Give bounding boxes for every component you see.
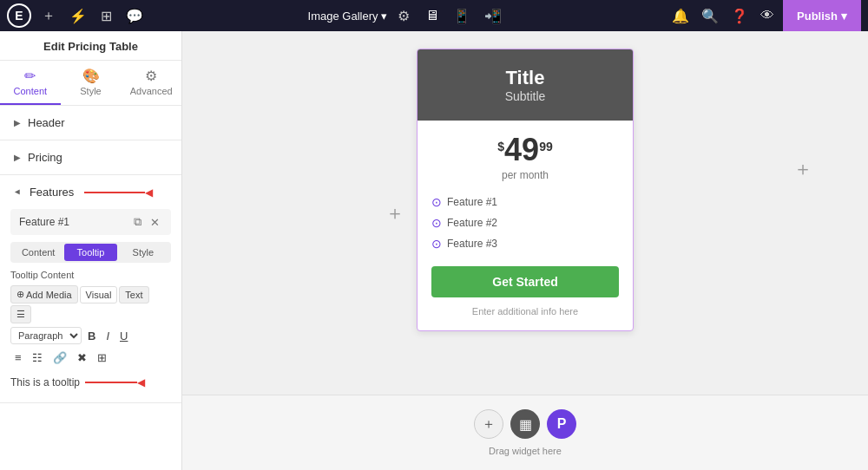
get-started-button[interactable]: Get Started (431, 266, 619, 297)
editor-format-bar: Paragraph B I U (10, 327, 171, 344)
feature-list: ⊙ Feature #1 ⊙ Feature #2 ⊙ Feature #3 (431, 192, 619, 254)
price-cents: 99 (539, 140, 553, 153)
tab-style[interactable]: 🎨 Style (61, 61, 122, 105)
check-icon-1: ⊙ (431, 195, 442, 209)
toolbar-right: 🔔 🔍 ❓ 👁 Publish ▾ (668, 0, 861, 31)
publish-dropdown-icon: ▾ (841, 10, 847, 23)
add-media-button[interactable]: ⊕ Add Media (10, 285, 78, 304)
red-arrow-tooltip: ◀ (85, 376, 145, 388)
canvas: ＋ Title Subtitle $ 49 99 per month (182, 31, 868, 470)
pricing-card-header: Title Subtitle (418, 49, 633, 121)
sub-tab-tooltip[interactable]: Tooltip (64, 244, 116, 261)
table-button[interactable]: ⊞ (93, 349, 111, 366)
canvas-main: ＋ Title Subtitle $ 49 99 per month (182, 31, 868, 395)
feature-sub-tabs: Content Tooltip Style (10, 242, 171, 263)
accordion-header-toggle[interactable]: ▶ Header (0, 106, 181, 140)
add-button[interactable]: ＋ (38, 3, 59, 29)
style-tab-icon: 🎨 (82, 68, 100, 84)
panel-title: Edit Pricing Table (0, 31, 181, 61)
accordion-header: ▶ Header (0, 106, 181, 140)
sub-tab-tooltip-label: Tooltip (77, 247, 105, 258)
price-dollar: $ (497, 140, 504, 153)
toolbar: E ＋ ⚡ ⊞ 💬 Image Gallery ▾ ⚙ 🖥 📱 📲 🔔 🔍 ❓ … (0, 0, 868, 31)
content-tab-label: Content (14, 86, 48, 96)
delete-feature-button[interactable]: ✕ (148, 214, 162, 230)
settings-icon[interactable]: ⚙ (394, 4, 413, 28)
accordion-pricing-toggle[interactable]: ▶ Pricing (0, 140, 181, 174)
help-icon[interactable]: ❓ (727, 4, 752, 28)
grid-button[interactable]: ▦ (510, 409, 540, 439)
tablet-device-btn[interactable]: 📱 (448, 4, 476, 28)
advanced-tab-icon: ⚙ (145, 68, 157, 84)
p-button[interactable]: P (547, 409, 576, 439)
tooltip-text[interactable]: This is a tooltip (10, 373, 80, 392)
accordion-pricing: ▶ Pricing (0, 140, 181, 175)
chevron-right-icon-2: ▶ (14, 153, 21, 162)
pricing-title: Title (431, 67, 619, 89)
chevron-down-icon: ▾ (381, 10, 387, 23)
list-item: ⊙ Feature #2 (431, 212, 619, 233)
advanced-tab-label: Advanced (130, 86, 173, 96)
list-item: ⊙ Feature #1 (431, 192, 619, 212)
paragraph-select[interactable]: Paragraph (10, 327, 82, 344)
editor-tools-row2: ≡ ☷ 🔗 ✖ ⊞ (10, 349, 171, 366)
sub-tab-content-label: Content (22, 247, 56, 258)
pricing-card: Title Subtitle $ 49 99 per month ⊙ Featu… (417, 49, 634, 331)
eye-icon[interactable]: 👁 (757, 4, 778, 27)
feature-row-label: Feature #1 (19, 216, 69, 228)
plus-icon: ⊕ (16, 289, 24, 300)
chevron-down-icon-2: ▼ (13, 188, 23, 197)
price-period: per month (431, 169, 619, 181)
desktop-device-btn[interactable]: 🖥 (420, 4, 444, 28)
sub-tab-style[interactable]: Style (117, 244, 169, 261)
list-ol-button[interactable]: ☷ (28, 349, 47, 366)
text-button[interactable]: Text (119, 286, 148, 304)
text-label: Text (125, 290, 142, 300)
underline-button[interactable]: U (115, 328, 132, 344)
feature-row-actions: ⧉ ✕ (131, 214, 162, 230)
chat-button[interactable]: 💬 (122, 4, 147, 28)
visual-button[interactable]: Visual (80, 286, 118, 304)
tooltip-content-label: Tooltip Content (10, 270, 171, 280)
features-body: Feature #1 ⧉ ✕ Content Tooltip Styl (0, 209, 181, 402)
list-item: ⊙ Feature #3 (431, 233, 619, 254)
accordion-features-toggle[interactable]: ▼ Features ◀ (0, 175, 181, 209)
logo-button[interactable]: E (7, 3, 31, 28)
bold-button[interactable]: B (83, 328, 100, 344)
check-icon-3: ⊙ (431, 237, 442, 251)
style-tab-label: Style (80, 86, 101, 96)
drag-label: Drag widget here (489, 446, 562, 456)
sub-tab-content[interactable]: Content (12, 244, 64, 261)
search-icon[interactable]: 🔍 (698, 4, 722, 28)
logo-icon: E (15, 9, 23, 23)
more-options-button[interactable]: ☰ (10, 305, 31, 323)
duplicate-feature-button[interactable]: ⧉ (131, 214, 144, 230)
structure-button[interactable]: ⊞ (97, 4, 115, 28)
header-section-label: Header (28, 116, 65, 129)
publish-label: Publish (797, 10, 838, 23)
mobile-device-btn[interactable]: 📲 (479, 4, 507, 28)
get-started-label: Get Started (492, 275, 557, 289)
tab-content[interactable]: ✏ Content (0, 61, 61, 105)
remove-format-button[interactable]: ✖ (73, 349, 91, 366)
notification-icon[interactable]: 🔔 (668, 4, 693, 28)
page-name-button[interactable]: Image Gallery ▾ (308, 10, 388, 23)
panel-tabs: ✏ Content 🎨 Style ⚙ Advanced (0, 61, 181, 106)
canvas-add-left[interactable]: ＋ (382, 200, 408, 226)
pricing-card-body: $ 49 99 per month ⊙ Feature #1 ⊙ Feature… (418, 121, 633, 330)
add-widget-button[interactable]: ＋ (474, 409, 503, 439)
page-name-label: Image Gallery (308, 10, 378, 23)
layers-button[interactable]: ⚡ (66, 4, 90, 28)
device-switcher: 🖥 📱 📲 (420, 4, 507, 28)
add-media-label: Add Media (26, 290, 72, 300)
features-section-label: Features (30, 186, 74, 199)
accordion-features: ▼ Features ◀ Feature #1 ⧉ ✕ (0, 175, 181, 403)
tab-advanced[interactable]: ⚙ Advanced (121, 61, 181, 105)
publish-button[interactable]: Publish ▾ (783, 0, 861, 31)
list-ul-button[interactable]: ≡ (10, 349, 26, 366)
link-button[interactable]: 🔗 (49, 349, 71, 366)
content-tab-icon: ✏ (24, 68, 36, 84)
feature-label-2: Feature #2 (447, 217, 497, 229)
canvas-add-right[interactable]: ＋ (790, 156, 816, 182)
italic-button[interactable]: I (102, 328, 114, 344)
